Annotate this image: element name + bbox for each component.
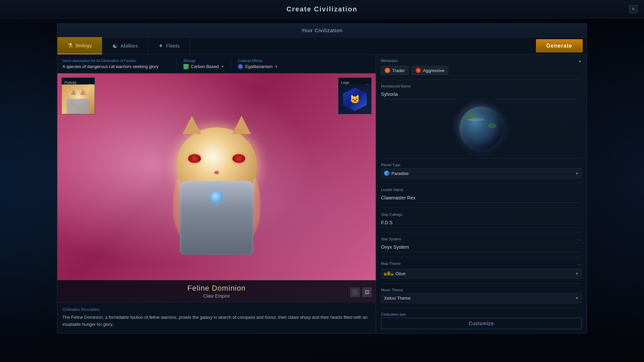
behaviors-dropdown-arrow: ▼	[578, 60, 582, 63]
biology-label: Biology	[183, 59, 224, 63]
planet-land-2	[488, 123, 496, 128]
map-theme-label: Map Theme	[381, 261, 401, 265]
map-theme-chevron: ▼	[575, 272, 579, 276]
cultural-affinity-section: Cultural Affinity ⚖ Egalitarianism ▼	[238, 59, 278, 69]
map-theme-section: Map Theme ··· Olive ▼	[381, 261, 582, 279]
tab-biology-label: Biology	[75, 43, 92, 48]
logo-thumbnail: Logo ... 🐱	[338, 77, 372, 114]
biology-icon: ⚗	[67, 42, 73, 49]
tab-abilities[interactable]: ☯ Abilities	[102, 37, 148, 54]
panel-header: Your Civilization	[57, 24, 587, 37]
olive-bar-3	[391, 274, 393, 276]
cultural-icon-badge: ⚖	[238, 64, 243, 69]
civ-description-label: Civilization Description	[62, 307, 371, 311]
window-title: Create Civilization	[286, 5, 357, 13]
cultural-affinity-label: Cultural Affinity	[238, 59, 278, 63]
customize-button[interactable]: Customize	[381, 318, 582, 329]
planet-cloud	[468, 118, 485, 121]
fleets-icon: ✦	[158, 42, 163, 50]
planet-type-value: Paradise	[391, 171, 409, 176]
civilization-lore-label: Civilization lore	[381, 312, 582, 316]
logo-menu[interactable]: ...	[365, 80, 369, 85]
biology-icon-badge: 🧬	[183, 64, 189, 69]
cat-ear-left	[182, 116, 201, 134]
civ-description-text: The Feline Dominion, a formidable factio…	[62, 314, 371, 328]
star-system-section: Star System ··· Onyx System	[381, 237, 582, 252]
tab-biology[interactable]: ⚗ Biology	[57, 37, 102, 54]
map-theme-dropdown[interactable]: Olive ▼	[381, 269, 582, 279]
cat-eye-right	[232, 154, 245, 163]
olive-bar-1	[384, 273, 387, 276]
title-bar: Create Civilization ✕	[0, 0, 644, 18]
cat-nose	[214, 171, 219, 174]
trader-label: Trader	[392, 68, 405, 73]
logo-label: Logo	[341, 80, 349, 84]
aggressive-badge: ⚡ Aggressive	[412, 66, 448, 75]
suit-emblem	[211, 191, 223, 203]
aggressive-label: Aggressive	[423, 68, 444, 73]
portrait-label: Portrait	[64, 80, 76, 84]
divider-2	[231, 58, 231, 70]
music-theme-value: Xeloxi Theme	[384, 296, 411, 301]
map-theme-menu[interactable]: ···	[578, 261, 582, 267]
star-system-header: Star System ···	[381, 237, 582, 242]
music-theme-label: Music Theme	[381, 288, 582, 292]
civilization-subtitle: Claw Empire	[203, 293, 230, 299]
homeworld-section: Homeworld Name Sylvoria	[381, 84, 582, 99]
portrait-area: Portrait ... Logo ...	[57, 73, 376, 302]
portrait-thumbnail: Portrait ...	[61, 77, 95, 114]
logo-image[interactable]: 🐱	[338, 84, 371, 114]
cat-ear-right	[232, 116, 251, 134]
cultural-affinity-select[interactable]: ⚖ Egalitarianism ▼	[238, 64, 278, 69]
ship-callsign-value: F.D.S	[381, 218, 582, 228]
star-system-value: Onyx System	[381, 242, 582, 252]
ai-description-label: Short description for AI Generation of F…	[62, 59, 170, 63]
biology-select[interactable]: 🧬 Carbon Based ▼	[183, 64, 224, 69]
main-panel: Your Civilization ⚗ Biology ☯ Abilities …	[57, 23, 587, 334]
cultural-affinity-value: Egalitarianism	[245, 64, 273, 69]
planet-type-section: Planet Type Paradise ▼	[381, 163, 582, 178]
civ-share-button[interactable]: ⬛	[350, 288, 360, 297]
trader-badge: Trader	[381, 66, 409, 75]
generate-button[interactable]: Generate	[536, 39, 583, 52]
thumb-ear-left	[71, 89, 76, 95]
left-panel: Short description for AI Generation of F…	[57, 55, 376, 333]
logo-badge: 🐱	[343, 87, 367, 111]
description-bar: Short description for AI Generation of F…	[57, 55, 376, 73]
cultural-dropdown-arrow: ▼	[275, 65, 278, 68]
ship-callsign-section: Ship Callsign F.D.S	[381, 213, 582, 228]
abilities-icon: ☯	[112, 42, 118, 50]
divider-1	[176, 58, 177, 70]
cat-eye-left	[188, 154, 201, 163]
biology-section: Biology 🧬 Carbon Based ▼	[183, 59, 224, 69]
leader-name-value: Clawmaster Rex	[381, 193, 582, 203]
homeworld-value: Sylvoria	[381, 89, 582, 99]
map-theme-value: Olive	[395, 271, 406, 276]
close-button[interactable]: ✕	[629, 5, 637, 13]
tab-fleets[interactable]: ✦ Fleets	[148, 37, 190, 54]
ship-callsign-label: Ship Callsign	[381, 213, 582, 217]
star-system-label: Star System	[381, 237, 401, 241]
content-area: Short description for AI Generation of F…	[57, 55, 587, 333]
planet-type-icon	[384, 171, 389, 176]
civilization-lore-section: Civilization lore Customize	[381, 312, 582, 329]
civilization-name: Feline Dominion	[187, 284, 246, 293]
ai-description-input[interactable]	[62, 64, 170, 69]
map-theme-header: Map Theme ···	[381, 261, 582, 267]
star-system-menu[interactable]: ···	[578, 237, 582, 242]
ai-description-section: Short description for AI Generation of F…	[62, 59, 170, 69]
leader-name-label: Leader Name	[381, 188, 582, 192]
aggressive-icon: ⚡	[416, 68, 421, 73]
cat-figure	[57, 73, 376, 302]
portrait-thumb-image[interactable]	[62, 84, 95, 114]
biology-dropdown-arrow: ▼	[221, 65, 224, 68]
music-theme-chevron: ▼	[575, 296, 579, 300]
civ-image-button[interactable]: 🖼	[362, 288, 372, 297]
music-theme-dropdown[interactable]: Xeloxi Theme ▼	[381, 293, 582, 303]
planet-type-dropdown[interactable]: Paradise ▼	[381, 168, 582, 178]
cat-suit	[180, 181, 254, 255]
thumb-suit	[66, 99, 90, 114]
civ-action-icons: ⬛ 🖼	[350, 288, 372, 297]
trader-icon	[385, 68, 390, 73]
olive-bars	[384, 272, 393, 276]
